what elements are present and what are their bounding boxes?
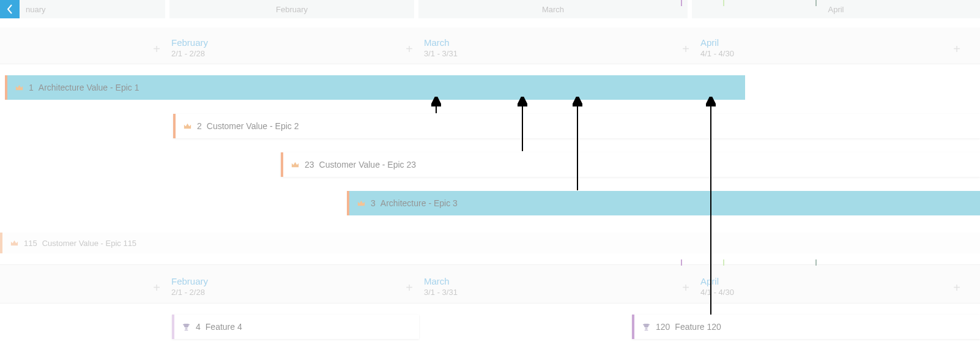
lane-header-apr: + April 4/1 - 4/30 +: [700, 31, 980, 64]
epic-title: Customer Value - Epic 23: [319, 160, 416, 170]
feature-bar-120[interactable]: 120 Feature 120: [632, 315, 980, 339]
add-button[interactable]: +: [403, 282, 416, 295]
feature-title: Feature 120: [675, 322, 721, 332]
add-button[interactable]: +: [150, 282, 163, 295]
milestone-tick: [681, 259, 682, 266]
epic-id: 3: [371, 198, 376, 208]
crown-icon: [357, 199, 366, 208]
milestone-tick: [723, 0, 724, 6]
scroll-left-button[interactable]: [0, 0, 20, 18]
month-label: nuary: [26, 5, 46, 14]
lane-month-range: 3/1 - 3/31: [424, 49, 458, 58]
feature-lane-header-mar: + March 3/1 - 3/31: [424, 269, 693, 303]
milestone-tick: [681, 0, 682, 6]
month-cell-feb[interactable]: February: [169, 0, 414, 18]
epic-title: Architecture - Epic 3: [380, 198, 458, 208]
epic-id: 23: [305, 160, 314, 170]
month-cell-apr[interactable]: April: [692, 0, 980, 18]
feature-lane-header-feb: + February 2/1 - 2/28: [171, 269, 416, 303]
lane-month-range: 3/1 - 3/31: [424, 288, 458, 297]
lane-month-range: 4/1 - 4/30: [700, 49, 734, 58]
epic-bar-115[interactable]: 115 Customer Value - Epic 115: [0, 233, 980, 253]
month-cell-jan[interactable]: nuary: [0, 0, 165, 18]
roadmap-canvas: nuary February March April + February 2/…: [0, 0, 980, 358]
chevron-left-icon: [7, 4, 13, 14]
lane-month-name: February: [171, 276, 208, 286]
lane-month-name: March: [424, 37, 458, 48]
lane-month-range: 2/1 - 2/28: [171, 288, 208, 297]
crown-icon: [291, 160, 300, 170]
feature-id: 4: [196, 322, 201, 332]
add-button[interactable]: +: [403, 43, 416, 56]
month-label: March: [542, 5, 564, 14]
feature-bar-4[interactable]: 4 Feature 4: [172, 315, 419, 339]
crown-icon: [10, 239, 19, 248]
epic-bar-2[interactable]: 2 Customer Value - Epic 2: [173, 114, 980, 138]
trophy-icon: [182, 323, 191, 332]
epic-id: 115: [24, 239, 37, 248]
milestone-tick: [815, 0, 817, 6]
epic-id: 2: [197, 121, 202, 131]
epic-bar-3[interactable]: 3 Architecture - Epic 3: [347, 191, 980, 215]
lane-month-range: 4/1 - 4/30: [700, 288, 734, 297]
epic-bar-1[interactable]: 1 Architecture Value - Epic 1: [5, 75, 745, 100]
lane-header-feb: + February 2/1 - 2/28: [171, 31, 416, 64]
epic-bar-23[interactable]: 23 Customer Value - Epic 23: [281, 152, 980, 177]
feature-id: 120: [656, 322, 670, 332]
add-button[interactable]: +: [950, 43, 963, 56]
milestone-tick: [723, 259, 724, 266]
epic-id: 1: [29, 83, 34, 92]
month-label: April: [828, 5, 844, 14]
add-button[interactable]: +: [150, 43, 163, 56]
lane-month-name: April: [700, 37, 734, 48]
lane-month-name: February: [171, 37, 208, 48]
add-button[interactable]: +: [679, 282, 692, 295]
feature-lane-header-apr: + April 4/1 - 4/30 +: [700, 269, 980, 303]
trophy-icon: [642, 323, 651, 332]
month-label: February: [276, 5, 308, 14]
add-button[interactable]: +: [950, 282, 963, 295]
crown-icon: [15, 83, 24, 92]
add-button[interactable]: +: [679, 43, 692, 56]
lane-month-name: April: [700, 276, 734, 286]
milestone-tick: [815, 259, 817, 266]
crown-icon: [183, 122, 192, 131]
epic-title: Architecture Value - Epic 1: [39, 83, 139, 92]
lane-month-name: March: [424, 276, 458, 286]
lane-month-range: 2/1 - 2/28: [171, 49, 208, 58]
lane-header-mar: + March 3/1 - 3/31: [424, 31, 693, 64]
epic-title: Customer Value - Epic 115: [42, 239, 136, 248]
month-cell-mar[interactable]: March: [418, 0, 688, 18]
epic-title: Customer Value - Epic 2: [207, 121, 299, 131]
feature-title: Feature 4: [206, 322, 242, 332]
